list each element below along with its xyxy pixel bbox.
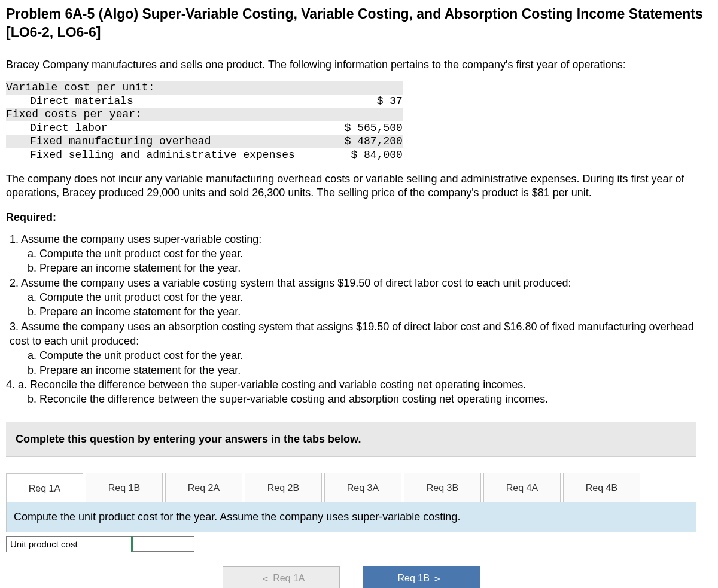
narrative-text: The company does not incur any variable … [6, 172, 712, 200]
tab-req-1a[interactable]: Req 1A [6, 473, 83, 502]
section-header-variable: Variable cost per unit: [6, 81, 295, 95]
unit-product-cost-input[interactable] [131, 536, 194, 552]
prev-req-button: < Req 1A [223, 566, 340, 588]
req-1: 1. Assume the company uses super-variabl… [6, 232, 712, 246]
answer-row: Unit product cost [6, 536, 712, 552]
req-2a: a. Compute the unit product cost for the… [6, 290, 712, 304]
fixed-mfg-oh-label: Fixed manufacturing overhead [6, 135, 295, 148]
fixed-mfg-oh-value: $ 487,200 [295, 135, 403, 148]
fixed-sa-value: $ 84,000 [295, 148, 403, 162]
tabs-row: Req 1A Req 1B Req 2A Req 2B Req 3A Req 3… [6, 473, 696, 502]
chevron-left-icon: < [257, 573, 273, 584]
req-3a: a. Compute the unit product cost for the… [6, 348, 712, 362]
tab-req-4b[interactable]: Req 4B [563, 473, 640, 502]
req-2b: b. Prepare an income statement for the y… [6, 304, 712, 319]
next-req-button[interactable]: Req 1B > [363, 566, 480, 588]
tab-instruction: Compute the unit product cost for the ye… [6, 502, 696, 532]
direct-materials-label: Direct materials [6, 95, 295, 108]
req-2: 2. Assume the company uses a variable co… [6, 276, 712, 290]
unit-product-cost-label: Unit product cost [6, 536, 132, 552]
req-4a: 4. a. Reconcile the difference between t… [6, 377, 712, 392]
nav-row: < Req 1A Req 1B > [6, 559, 696, 588]
tab-req-3a[interactable]: Req 3A [324, 473, 401, 502]
instruction-banner: Complete this question by entering your … [6, 422, 696, 457]
fixed-sa-label: Fixed selling and administrative expense… [6, 148, 295, 162]
problem-title: Problem 6A-5 (Algo) Super-Variable Costi… [6, 5, 712, 42]
required-header: Required: [6, 211, 712, 224]
tab-req-4a[interactable]: Req 4A [483, 473, 561, 502]
direct-materials-value: $ 37 [295, 95, 403, 108]
req-3b: b. Prepare an income statement for the y… [6, 363, 712, 377]
next-req-label: Req 1B [397, 573, 429, 584]
direct-labor-label: Direct labor [6, 121, 295, 135]
tab-req-1b[interactable]: Req 1B [86, 473, 163, 502]
section-header-fixed: Fixed costs per year: [6, 108, 295, 121]
chevron-right-icon: > [430, 573, 445, 584]
prev-req-label: Req 1A [273, 573, 305, 584]
req-3: 3. Assume the company uses an absorption… [6, 319, 712, 349]
intro-text: Bracey Company manufactures and sells on… [6, 59, 712, 71]
tab-req-2a[interactable]: Req 2A [165, 473, 242, 502]
cost-data-table: Variable cost per unit: Direct materials… [6, 81, 403, 162]
tab-req-3b[interactable]: Req 3B [404, 473, 481, 502]
requirements-list: 1. Assume the company uses super-variabl… [6, 232, 712, 407]
req-1b: b. Prepare an income statement for the y… [6, 261, 712, 275]
req-1a: a. Compute the unit product cost for the… [6, 246, 712, 261]
req-4b: b. Reconcile the difference between the … [6, 392, 712, 406]
direct-labor-value: $ 565,500 [295, 121, 403, 135]
tab-req-2b[interactable]: Req 2B [245, 473, 322, 502]
